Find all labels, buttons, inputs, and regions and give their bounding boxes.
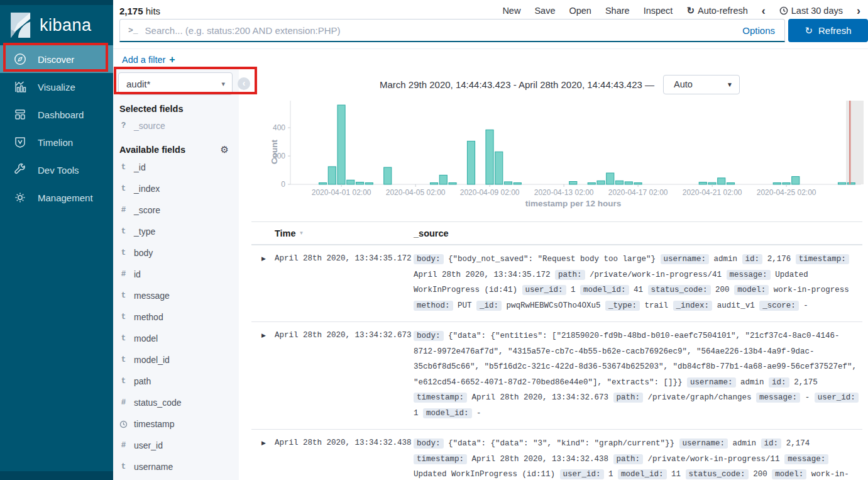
dashboard-grid-icon (13, 108, 27, 121)
histogram-bar[interactable] (607, 173, 614, 184)
search-input[interactable] (145, 25, 743, 36)
histogram-bar[interactable] (449, 183, 456, 185)
field-item-_index[interactable]: t_index (113, 178, 239, 199)
auto-refresh-button[interactable]: ↻ Auto-refresh (686, 5, 747, 16)
field-key-chip: _type: (605, 301, 640, 311)
interval-select[interactable]: Auto ▼ (663, 75, 740, 94)
histogram-bar[interactable] (699, 182, 706, 184)
collapse-chevron-icon: ‹ (243, 78, 246, 88)
field-item-id[interactable]: #id (113, 264, 239, 285)
clock-icon (119, 420, 128, 428)
histogram-bar[interactable] (847, 183, 855, 185)
histogram-bar[interactable] (569, 182, 577, 185)
time-back-chevron-icon[interactable]: ‹ (762, 5, 766, 16)
histogram-bar[interactable] (615, 181, 623, 184)
histogram-bar[interactable] (347, 180, 354, 184)
field-item-status_code[interactable]: #status_code (113, 392, 239, 413)
histogram-bar[interactable] (486, 130, 493, 184)
field-item-timestamp[interactable]: timestamp (113, 413, 239, 435)
histogram-bar[interactable] (319, 183, 326, 185)
histogram-bar[interactable] (773, 183, 781, 185)
index-pattern-select[interactable]: audit* ▾ (118, 72, 233, 95)
field-name: _id (134, 162, 146, 173)
kibana-logo-icon (11, 12, 31, 38)
field-key-chip: model_id: (618, 469, 667, 479)
histogram-bar[interactable] (783, 183, 790, 185)
nav-item-dev-tools[interactable]: Dev Tools (0, 156, 113, 184)
menu-item-inspect[interactable]: Inspect (644, 6, 673, 16)
histogram-bar[interactable] (792, 177, 799, 184)
field-item-_id[interactable]: t_id (113, 157, 239, 178)
menu-item-new[interactable]: New (502, 6, 520, 16)
field-item-body[interactable]: tbody (113, 242, 239, 264)
field-item-method[interactable]: tmethod (113, 306, 239, 328)
histogram-bar[interactable] (384, 167, 392, 184)
histogram-bar[interactable] (625, 182, 632, 184)
time-range-text: March 29th 2020, 14:44:43.423 - April 28… (380, 79, 654, 90)
nav-label: Dev Tools (38, 165, 79, 176)
histogram-bar[interactable] (597, 181, 605, 184)
histogram-bar[interactable] (365, 183, 373, 185)
field-key-chip: status_code: (686, 469, 749, 479)
histogram-bar[interactable] (495, 152, 503, 184)
menu-item-save[interactable]: Save (534, 6, 555, 16)
histogram-bar[interactable] (588, 183, 595, 185)
compass-icon (13, 52, 27, 66)
histogram-bar[interactable] (634, 183, 642, 185)
histogram-bar[interactable] (708, 182, 716, 184)
field-key-chip: user_id: (815, 393, 859, 403)
nav-item-dashboard[interactable]: Dashboard (0, 101, 113, 128)
nav-item-discover[interactable]: Discover (0, 45, 113, 73)
sort-descending-icon[interactable]: ▼ (299, 230, 304, 236)
field-name: _type (134, 226, 155, 237)
histogram-bar[interactable] (727, 183, 734, 185)
field-item-model_id[interactable]: tmodel_id (113, 349, 239, 371)
kibana-logo[interactable]: kibana (0, 6, 113, 44)
histogram-bar[interactable] (439, 175, 447, 184)
refresh-label: Refresh (818, 25, 852, 36)
field-item-path[interactable]: tpath (113, 371, 239, 392)
field-key-chip: _index: (673, 301, 713, 311)
add-filter-link[interactable]: Add a filter + (122, 54, 175, 65)
histogram-bar[interactable] (467, 141, 475, 184)
expand-row-icon[interactable]: ▶ (251, 436, 275, 480)
field-item-_type[interactable]: t_type (113, 221, 239, 242)
time-forward-chevron-icon[interactable]: › (857, 5, 860, 16)
field-item-_score[interactable]: #_score (113, 199, 239, 221)
histogram-bar[interactable] (514, 183, 521, 185)
histogram-bar[interactable] (838, 182, 845, 184)
field-item-message[interactable]: tmessage (113, 285, 239, 306)
histogram-bar[interactable] (504, 182, 512, 184)
menu-item-share[interactable]: Share (605, 6, 630, 16)
field-key-chip: username: (687, 377, 736, 388)
nav-item-timelion[interactable]: Timelion (0, 128, 113, 156)
string-type-icon: t (119, 333, 128, 344)
collapse-sidebar-button[interactable]: ‹ (238, 77, 250, 90)
nav-item-visualize[interactable]: Visualize (0, 73, 113, 101)
time-range-button[interactable]: Last 30 days (779, 6, 843, 16)
histogram-bar[interactable] (328, 167, 336, 184)
refresh-button[interactable]: ↻ Refresh (788, 19, 868, 42)
field-settings-gear-icon[interactable]: ⚙ (221, 144, 229, 155)
expand-row-icon[interactable]: ▶ (251, 328, 275, 421)
expand-row-icon[interactable]: ▶ (251, 252, 275, 313)
available-fields-heading: Available fields (119, 145, 185, 155)
options-link[interactable]: Options (742, 25, 784, 36)
histogram-bar[interactable] (338, 105, 345, 184)
chart-header: March 29th 2020, 14:44:43.423 - April 28… (251, 72, 868, 97)
histogram-bar[interactable] (718, 178, 725, 184)
field-item-model[interactable]: tmodel (113, 328, 239, 349)
histogram-bar[interactable] (356, 182, 363, 184)
plus-icon: + (169, 54, 175, 65)
field-key-chip: body: (414, 254, 444, 264)
index-pattern-row: audit* ▾ ‹ (118, 72, 239, 98)
menu-item-open[interactable]: Open (569, 6, 591, 16)
nav-label: Timelion (38, 137, 73, 148)
field-item-_source[interactable]: ?_source (113, 115, 239, 137)
nav-item-management[interactable]: Management (0, 184, 113, 211)
histogram-bar[interactable] (430, 183, 437, 185)
field-name: timestamp (134, 419, 175, 430)
field-item-username[interactable]: tusername (113, 456, 239, 477)
time-column-header[interactable]: Time ▼ (275, 228, 414, 238)
field-item-user_id[interactable]: #user_id (113, 435, 239, 456)
